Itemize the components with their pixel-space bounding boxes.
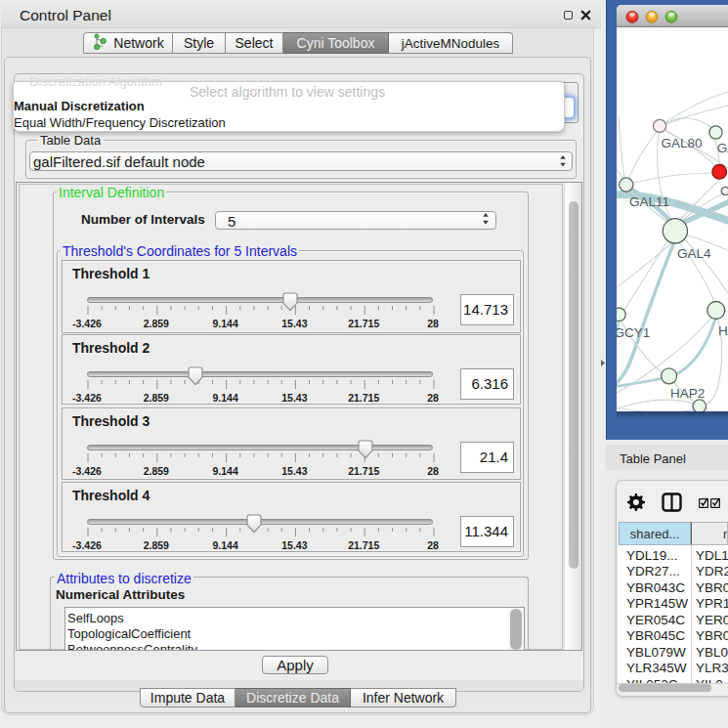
svg-text:GCY1: GCY1 [617,325,650,340]
svg-text:GA: GA [717,141,728,155]
svg-text:H: H [718,323,728,338]
svg-text:HAP2: HAP2 [670,386,705,401]
svg-text:GAL4: GAL4 [677,246,711,261]
svg-text:GAL11: GAL11 [629,194,669,209]
svg-text:GAL80: GAL80 [662,136,703,150]
svg-text:C: C [720,184,728,198]
